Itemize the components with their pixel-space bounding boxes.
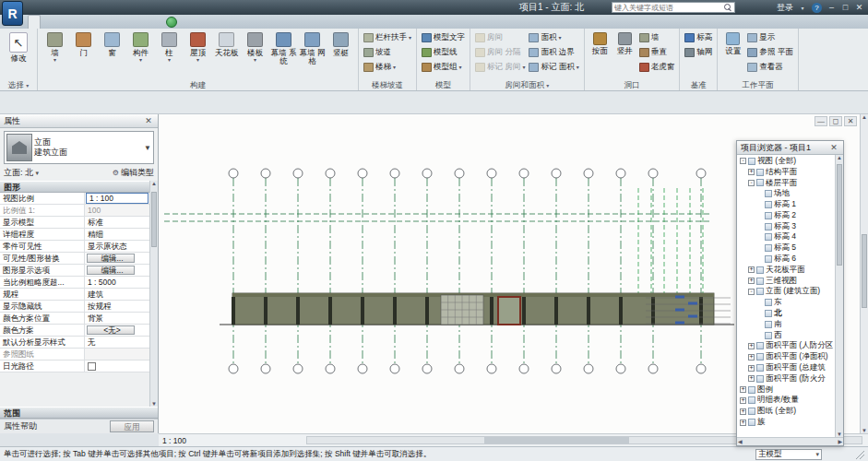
tree-item[interactable]: - 楼层平面 [737, 178, 835, 189]
property-row[interactable]: 规程 建筑 [0, 289, 149, 301]
apply-button[interactable]: 应用 [110, 420, 154, 432]
ribbon-tool[interactable]: 标记 面积 ▾ [527, 60, 580, 75]
ribbon-tool[interactable]: 模型文字 [420, 30, 467, 45]
toolbar-icon[interactable] [71, 2, 83, 13]
scroll-down-icon[interactable]: ▼ [150, 401, 158, 407]
ribbon-tab[interactable] [140, 15, 151, 29]
ribbon-tab[interactable] [74, 15, 85, 29]
property-value[interactable]: <无> [87, 325, 135, 335]
ribbon-tool[interactable]: 窗 [98, 30, 126, 79]
ribbon-tab[interactable] [118, 15, 129, 29]
properties-titlebar[interactable]: 属性 ✕ [0, 114, 158, 128]
ribbon-tool[interactable]: 模型组 ▾ [420, 60, 467, 75]
expand-icon[interactable]: + [748, 375, 755, 382]
app-menu-button[interactable]: R [2, 1, 23, 26]
toolbar-icon[interactable] [168, 2, 180, 13]
property-value[interactable]: 编辑... [87, 266, 135, 275]
ribbon-tab[interactable] [52, 15, 63, 29]
toolbar-icon[interactable] [113, 2, 125, 13]
expand-icon[interactable]: + [748, 365, 755, 372]
infocenter-search[interactable] [612, 2, 735, 13]
property-value[interactable]: 标准 [85, 217, 149, 228]
ribbon-tab[interactable] [63, 15, 74, 29]
property-value[interactable]: 建筑 [85, 289, 149, 300]
tree-item[interactable]: 北 [737, 308, 835, 319]
tree-item[interactable]: 标高 3 [737, 221, 835, 232]
signin-dropdown-icon[interactable]: ▾ [796, 5, 809, 11]
panel-label-workplane[interactable]: 工作平面 [718, 79, 797, 90]
property-value[interactable] [85, 361, 149, 372]
ribbon-tool[interactable]: 按面 [588, 30, 612, 79]
ribbon-tool[interactable]: 轴网 [683, 45, 714, 60]
property-row[interactable]: 详细程度 精细 [0, 229, 149, 241]
tree-item[interactable]: + 面积平面 (总建筑 [737, 362, 835, 373]
search-input[interactable] [614, 4, 723, 12]
property-row[interactable]: 颜色方案 <无> [0, 325, 149, 337]
tree-item[interactable]: 西 [737, 330, 835, 341]
vertical-scrollbar[interactable]: ▲ ▼ [860, 114, 868, 433]
property-row[interactable]: 可见性/图形替换 编辑... [0, 253, 149, 265]
tree-item[interactable]: + 明细表/数量 [737, 396, 835, 407]
expand-icon[interactable]: + [748, 354, 755, 361]
property-value[interactable]: 背景 [85, 313, 149, 324]
tree-item[interactable]: 标高 1 [737, 199, 835, 210]
property-row[interactable]: 日光路径 [0, 361, 149, 372]
scroll-thumb[interactable] [484, 437, 628, 443]
property-row[interactable]: 图形显示选项 编辑... [0, 265, 149, 277]
ribbon-tab[interactable] [28, 15, 41, 29]
property-row[interactable]: 参照图纸 [0, 349, 149, 361]
expand-icon[interactable]: + [748, 266, 755, 273]
toolbar-icon[interactable] [57, 2, 69, 13]
ribbon-tool[interactable]: 楼梯 ▾ [362, 60, 413, 75]
expand-icon[interactable]: + [748, 169, 755, 175]
panel-label-model[interactable]: 模型 [417, 79, 470, 90]
type-selector-dropdown-icon[interactable]: ▼ [142, 144, 153, 152]
toolbar-icon[interactable] [182, 2, 194, 13]
expand-icon[interactable]: + [740, 386, 746, 393]
ribbon-tool[interactable]: 垂直 [637, 45, 677, 60]
ribbon-tool[interactable]: 模型线 [420, 45, 467, 60]
scroll-thumb[interactable] [862, 234, 867, 308]
section-graphics[interactable]: 图形 [0, 181, 149, 193]
ribbon-tool[interactable]: 房间 分隔 [473, 45, 527, 60]
property-row[interactable]: 显示模型 标准 [0, 217, 149, 229]
property-row[interactable]: 视图比例 1 : 100 [0, 193, 149, 205]
ribbon-tab[interactable] [41, 15, 52, 29]
property-row[interactable]: 当比例粗略度超... 1 : 5000 [0, 277, 149, 289]
view-close-button[interactable]: ✕ [844, 116, 857, 126]
signin-button[interactable]: 登录 [777, 2, 793, 14]
resize-grip[interactable] [855, 450, 864, 459]
ribbon-tool[interactable]: 设置 [720, 30, 745, 79]
tree-item[interactable]: + 图纸 (全部) [737, 406, 835, 417]
ribbon-tool[interactable]: 查看器 [745, 60, 794, 75]
scroll-up-icon[interactable]: ▲ [150, 181, 158, 186]
scroll-right-icon[interactable]: ▶ [838, 438, 842, 445]
tree-item[interactable]: 标高 2 [737, 210, 835, 221]
property-value[interactable]: 无 [85, 337, 149, 348]
tree-item[interactable]: 东 [737, 297, 835, 308]
modify-button[interactable]: ↖ 修改 [3, 30, 34, 79]
view-scale[interactable]: 1 : 100 [162, 436, 186, 445]
ribbon-tool[interactable]: 竖井 [612, 30, 637, 79]
toolbar-icon[interactable] [140, 2, 152, 13]
scroll-down-icon[interactable]: ▼ [861, 428, 868, 433]
tree-item[interactable]: 南 [737, 319, 835, 330]
scroll-down-icon[interactable]: ▼ [836, 431, 843, 437]
ribbon-tool[interactable]: 栏杆扶手 ▾ [362, 30, 413, 45]
panel-label-room-area[interactable]: 房间和面积 ▾ [470, 79, 584, 90]
panel-label-circulation[interactable]: 楼梯坡道 [359, 79, 416, 90]
scroll-thumb[interactable] [837, 164, 842, 266]
toolbar-icon[interactable] [126, 2, 138, 13]
ribbon-tool[interactable]: 坡道 [362, 45, 413, 60]
view-minimize-button[interactable]: — [814, 116, 827, 126]
scroll-up-icon[interactable]: ▲ [861, 114, 868, 120]
tree-item[interactable]: + 图例 [737, 384, 835, 396]
properties-close-icon[interactable]: ✕ [143, 116, 154, 125]
search-icon[interactable] [723, 3, 732, 12]
property-value[interactable] [85, 349, 149, 360]
ribbon-tab[interactable] [96, 15, 107, 29]
browser-horizontal-scrollbar[interactable]: ◀ ▶ [737, 437, 843, 445]
expand-icon[interactable]: + [740, 420, 746, 426]
expand-icon[interactable]: - [740, 158, 746, 164]
ribbon-tool[interactable]: 标高 [683, 30, 714, 45]
